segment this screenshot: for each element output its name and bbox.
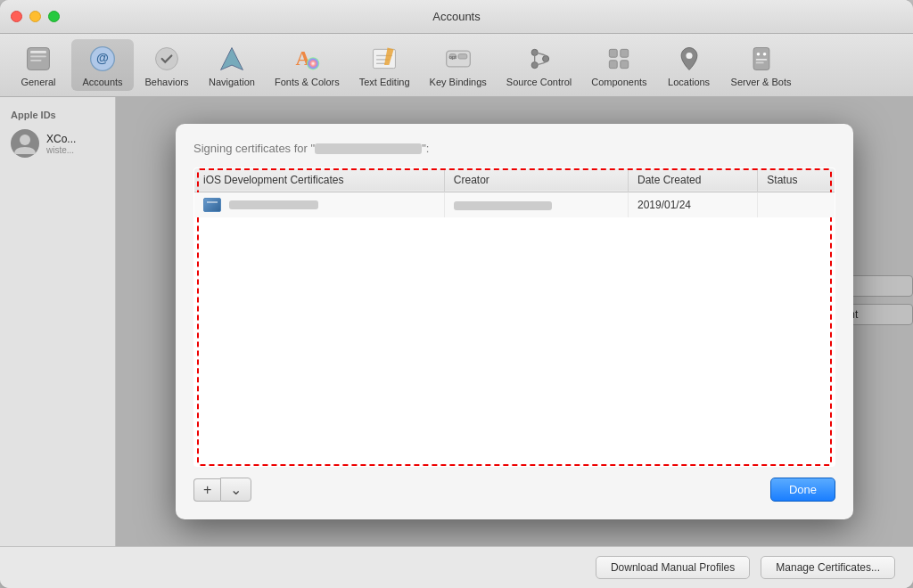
- toolbar-item-navigation[interactable]: Navigation: [200, 39, 264, 91]
- svg-rect-22: [610, 49, 618, 57]
- sidebar-item-text: XCo... wiste...: [46, 133, 76, 155]
- svg-point-29: [762, 53, 766, 56]
- main-window: Accounts General @ Accou: [0, 0, 913, 588]
- download-profiles-button[interactable]: Download Manual Profiles: [596, 556, 750, 579]
- sidebar-item-account[interactable]: XCo... wiste...: [0, 124, 115, 163]
- locations-icon: [673, 43, 705, 75]
- add-button[interactable]: +: [193, 478, 220, 502]
- behaviors-label: Behaviors: [145, 77, 189, 87]
- modal-title: Signing certificates for "":: [193, 142, 835, 155]
- key-bindings-label: Key Bindings: [430, 77, 487, 87]
- creator-blurred: [454, 201, 552, 210]
- text-editing-icon: [368, 43, 400, 75]
- svg-rect-25: [621, 61, 629, 69]
- sidebar-header: Apple IDs: [0, 106, 115, 124]
- certificates-table: iOS Development Certificates Creator Dat…: [193, 167, 835, 468]
- main-area: Apple IDs XCo... wiste...: [0, 97, 913, 546]
- navigation-label: Navigation: [209, 77, 255, 87]
- svg-point-6: [156, 48, 178, 70]
- titlebar: Accounts: [0, 0, 913, 34]
- content-area: ole Agent Signing certificates for "":: [116, 97, 913, 546]
- general-icon: [22, 43, 54, 75]
- signing-certificates-modal: Signing certificates for "": iOS Develop…: [176, 124, 853, 520]
- key-bindings-icon: opt: [442, 43, 474, 75]
- account-name: XCo...: [46, 133, 76, 145]
- server-bots-icon: [745, 43, 777, 75]
- toolbar-item-behaviors[interactable]: Behaviors: [136, 39, 198, 91]
- cert-date: 2019/01/24: [637, 199, 691, 211]
- window-title: Accounts: [432, 10, 480, 23]
- toolbar-item-general[interactable]: General: [7, 39, 70, 91]
- toolbar: General @ Accounts Behaviors: [0, 34, 913, 97]
- svg-point-28: [756, 53, 760, 56]
- minimize-button[interactable]: [29, 11, 41, 22]
- toolbar-item-locations[interactable]: Locations: [658, 39, 720, 91]
- navigation-icon: [216, 43, 248, 75]
- close-button[interactable]: [11, 11, 22, 22]
- col-date: Date Created: [628, 167, 757, 192]
- server-bots-label: Server & Bots: [731, 77, 792, 87]
- general-label: General: [21, 77, 55, 87]
- cert-date-cell: 2019/01/24: [628, 192, 757, 217]
- toolbar-item-source-control[interactable]: Source Control: [498, 39, 580, 91]
- add-remove-controls: + ⌄: [193, 478, 251, 502]
- table-container: iOS Development Certificates Creator Dat…: [193, 167, 835, 468]
- cert-name-cell: [194, 192, 445, 217]
- source-control-icon: [523, 43, 555, 75]
- svg-rect-3: [30, 60, 41, 61]
- locations-label: Locations: [668, 77, 710, 87]
- source-control-label: Source Control: [506, 77, 572, 87]
- manage-certificates-button[interactable]: Manage Certificates...: [761, 556, 895, 579]
- modal-title-suffix: ":: [422, 142, 429, 155]
- table-empty-area: [194, 217, 835, 467]
- avatar: [11, 129, 39, 158]
- chevron-button[interactable]: ⌄: [220, 478, 251, 502]
- svg-point-9: [307, 57, 319, 69]
- svg-point-32: [20, 135, 30, 145]
- components-icon: [603, 43, 635, 75]
- svg-text:opt: opt: [448, 53, 456, 60]
- svg-rect-24: [610, 61, 618, 69]
- behaviors-icon: [151, 43, 183, 75]
- fonts-colors-label: Fonts & Colors: [275, 77, 340, 87]
- modal-overlay: Signing certificates for "": iOS Develop…: [116, 97, 913, 546]
- svg-rect-30: [755, 59, 766, 61]
- toolbar-item-fonts-colors[interactable]: A Fonts & Colors: [266, 39, 349, 91]
- cert-status-cell: [758, 192, 835, 217]
- text-editing-label: Text Editing: [359, 77, 410, 87]
- accounts-label: Accounts: [82, 77, 122, 87]
- window-buttons: [11, 11, 60, 22]
- svg-rect-23: [621, 49, 629, 57]
- table-row[interactable]: 2019/01/24: [194, 192, 835, 217]
- add-icon: +: [203, 482, 211, 498]
- done-button[interactable]: Done: [770, 478, 835, 502]
- col-name: iOS Development Certificates: [194, 167, 445, 192]
- toolbar-item-components[interactable]: Components: [582, 39, 655, 91]
- modal-title-prefix: Signing certificates for ": [193, 142, 315, 155]
- maximize-button[interactable]: [48, 11, 60, 22]
- cert-name-blurred: [229, 200, 318, 209]
- components-label: Components: [591, 77, 646, 87]
- toolbar-item-accounts[interactable]: @ Accounts: [71, 39, 134, 91]
- toolbar-item-text-editing[interactable]: Text Editing: [350, 39, 419, 91]
- cert-creator-cell: [444, 192, 628, 217]
- bottom-bar: Download Manual Profiles Manage Certific…: [0, 546, 913, 588]
- svg-text:@: @: [96, 51, 109, 65]
- toolbar-item-server-bots[interactable]: Server & Bots: [722, 39, 801, 91]
- svg-rect-31: [755, 62, 763, 64]
- svg-marker-7: [221, 48, 243, 70]
- table-header-row: iOS Development Certificates Creator Dat…: [194, 167, 835, 192]
- account-sub: wiste...: [46, 145, 76, 155]
- svg-point-26: [686, 53, 692, 59]
- svg-rect-17: [458, 54, 467, 59]
- fonts-colors-icon: A: [291, 43, 323, 75]
- svg-rect-2: [30, 55, 46, 57]
- svg-rect-1: [30, 51, 46, 53]
- chevron-down-icon: ⌄: [230, 481, 242, 498]
- accounts-icon: @: [86, 43, 119, 75]
- toolbar-item-key-bindings[interactable]: opt Key Bindings: [421, 39, 496, 91]
- col-creator: Creator: [444, 167, 628, 192]
- modal-bottom: + ⌄ Done: [193, 478, 835, 502]
- col-status: Status: [758, 167, 835, 192]
- cert-icon: [203, 198, 221, 212]
